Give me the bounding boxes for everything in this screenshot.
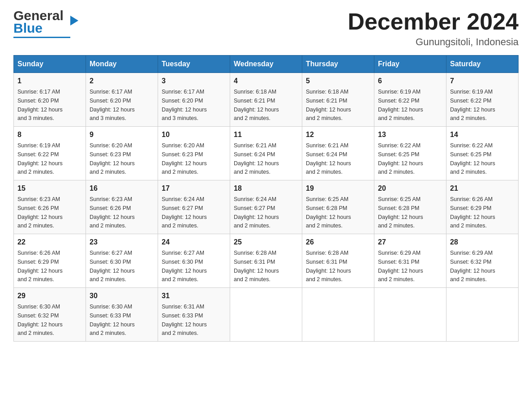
- calendar-cell: 16 Sunrise: 6:23 AMSunset: 6:26 PMDaylig…: [86, 180, 158, 234]
- calendar-cell: 6 Sunrise: 6:19 AMSunset: 6:22 PMDayligh…: [374, 73, 446, 127]
- calendar-cell: 2 Sunrise: 6:17 AMSunset: 6:20 PMDayligh…: [86, 73, 158, 127]
- day-number: 3: [162, 76, 226, 86]
- calendar-cell: 14 Sunrise: 6:22 AMSunset: 6:25 PMDaylig…: [446, 127, 519, 180]
- day-info: Sunrise: 6:23 AMSunset: 6:26 PMDaylight:…: [17, 196, 63, 229]
- logo: General Blue: [13, 9, 70, 38]
- day-number: 26: [306, 237, 370, 248]
- day-info: Sunrise: 6:18 AMSunset: 6:21 PMDaylight:…: [306, 89, 351, 121]
- day-info: Sunrise: 6:29 AMSunset: 6:31 PMDaylight:…: [378, 250, 423, 283]
- day-info: Sunrise: 6:31 AMSunset: 6:33 PMDaylight:…: [162, 304, 207, 336]
- day-number: 13: [378, 129, 442, 140]
- calendar-cell: 20 Sunrise: 6:25 AMSunset: 6:28 PMDaylig…: [374, 180, 446, 234]
- calendar-cell: 1 Sunrise: 6:17 AMSunset: 6:20 PMDayligh…: [14, 73, 86, 127]
- day-number: 6: [378, 76, 442, 86]
- calendar-cell: 7 Sunrise: 6:19 AMSunset: 6:22 PMDayligh…: [446, 73, 519, 127]
- calendar-cell: 3 Sunrise: 6:17 AMSunset: 6:20 PMDayligh…: [158, 73, 230, 127]
- calendar-cell: 24 Sunrise: 6:27 AMSunset: 6:30 PMDaylig…: [158, 234, 230, 288]
- day-info: Sunrise: 6:30 AMSunset: 6:33 PMDaylight:…: [90, 304, 135, 336]
- calendar-cell: 23 Sunrise: 6:27 AMSunset: 6:30 PMDaylig…: [86, 234, 158, 288]
- day-number: 18: [234, 183, 298, 194]
- day-number: 19: [306, 183, 370, 194]
- calendar-cell: 30 Sunrise: 6:30 AMSunset: 6:33 PMDaylig…: [86, 288, 158, 342]
- page-header: General Blue December 2024 Gunungsitoli,…: [13, 9, 519, 48]
- calendar-cell: 4 Sunrise: 6:18 AMSunset: 6:21 PMDayligh…: [230, 73, 302, 127]
- day-number: 22: [17, 237, 82, 248]
- day-info: Sunrise: 6:20 AMSunset: 6:23 PMDaylight:…: [162, 142, 207, 175]
- day-info: Sunrise: 6:26 AMSunset: 6:29 PMDaylight:…: [17, 250, 63, 283]
- day-number: 5: [306, 76, 370, 86]
- calendar-cell: 18 Sunrise: 6:24 AMSunset: 6:27 PMDaylig…: [230, 180, 302, 234]
- day-info: Sunrise: 6:27 AMSunset: 6:30 PMDaylight:…: [90, 250, 135, 283]
- calendar-cell: 5 Sunrise: 6:18 AMSunset: 6:21 PMDayligh…: [302, 73, 374, 127]
- day-info: Sunrise: 6:22 AMSunset: 6:25 PMDaylight:…: [378, 142, 423, 175]
- day-number: 21: [450, 183, 515, 194]
- day-number: 10: [162, 129, 226, 140]
- day-info: Sunrise: 6:21 AMSunset: 6:24 PMDaylight:…: [306, 142, 351, 175]
- calendar-cell: [302, 288, 374, 342]
- day-info: Sunrise: 6:25 AMSunset: 6:28 PMDaylight:…: [306, 196, 351, 229]
- day-info: Sunrise: 6:24 AMSunset: 6:27 PMDaylight:…: [162, 196, 207, 229]
- calendar-cell: [446, 288, 519, 342]
- calendar-cell: 11 Sunrise: 6:21 AMSunset: 6:24 PMDaylig…: [230, 127, 302, 180]
- day-number: 28: [450, 237, 515, 248]
- day-info: Sunrise: 6:19 AMSunset: 6:22 PMDaylight:…: [378, 89, 423, 121]
- day-info: Sunrise: 6:17 AMSunset: 6:20 PMDaylight:…: [162, 89, 207, 121]
- day-number: 24: [162, 237, 226, 248]
- calendar-cell: 25 Sunrise: 6:28 AMSunset: 6:31 PMDaylig…: [230, 234, 302, 288]
- day-number: 8: [17, 129, 82, 140]
- svg-marker-0: [70, 16, 78, 26]
- calendar-week-row-3: 15 Sunrise: 6:23 AMSunset: 6:26 PMDaylig…: [14, 180, 519, 234]
- calendar-cell: 10 Sunrise: 6:20 AMSunset: 6:23 PMDaylig…: [158, 127, 230, 180]
- col-thursday: Thursday: [302, 56, 374, 73]
- calendar-cell: 29 Sunrise: 6:30 AMSunset: 6:32 PMDaylig…: [14, 288, 86, 342]
- calendar-cell: 19 Sunrise: 6:25 AMSunset: 6:28 PMDaylig…: [302, 180, 374, 234]
- day-number: 4: [234, 76, 298, 86]
- calendar-header-row: Sunday Monday Tuesday Wednesday Thursday…: [14, 56, 519, 73]
- day-info: Sunrise: 6:25 AMSunset: 6:28 PMDaylight:…: [378, 196, 423, 229]
- day-info: Sunrise: 6:30 AMSunset: 6:32 PMDaylight:…: [17, 304, 63, 336]
- col-friday: Friday: [374, 56, 446, 73]
- day-info: Sunrise: 6:17 AMSunset: 6:20 PMDaylight:…: [17, 89, 63, 121]
- day-number: 23: [90, 237, 154, 248]
- day-number: 9: [90, 129, 154, 140]
- day-number: 15: [17, 183, 82, 194]
- calendar-week-row-2: 8 Sunrise: 6:19 AMSunset: 6:22 PMDayligh…: [14, 127, 519, 180]
- day-info: Sunrise: 6:19 AMSunset: 6:22 PMDaylight:…: [17, 142, 63, 175]
- day-number: 7: [450, 76, 515, 86]
- location: Gunungsitoli, Indonesia: [348, 36, 519, 48]
- day-number: 17: [162, 183, 226, 194]
- col-wednesday: Wednesday: [230, 56, 302, 73]
- logo-blue-text: Blue: [13, 21, 43, 35]
- day-info: Sunrise: 6:29 AMSunset: 6:32 PMDaylight:…: [450, 250, 495, 283]
- day-info: Sunrise: 6:20 AMSunset: 6:23 PMDaylight:…: [90, 142, 135, 175]
- day-info: Sunrise: 6:19 AMSunset: 6:22 PMDaylight:…: [450, 89, 495, 121]
- month-title: December 2024: [348, 9, 519, 34]
- calendar-cell: 9 Sunrise: 6:20 AMSunset: 6:23 PMDayligh…: [86, 127, 158, 180]
- day-info: Sunrise: 6:28 AMSunset: 6:31 PMDaylight:…: [306, 250, 351, 283]
- day-number: 12: [306, 129, 370, 140]
- calendar-cell: 17 Sunrise: 6:24 AMSunset: 6:27 PMDaylig…: [158, 180, 230, 234]
- day-number: 29: [17, 291, 82, 301]
- calendar-cell: 15 Sunrise: 6:23 AMSunset: 6:26 PMDaylig…: [14, 180, 86, 234]
- calendar-cell: 31 Sunrise: 6:31 AMSunset: 6:33 PMDaylig…: [158, 288, 230, 342]
- calendar-cell: 8 Sunrise: 6:19 AMSunset: 6:22 PMDayligh…: [14, 127, 86, 180]
- calendar-cell: 22 Sunrise: 6:26 AMSunset: 6:29 PMDaylig…: [14, 234, 86, 288]
- calendar-week-row-5: 29 Sunrise: 6:30 AMSunset: 6:32 PMDaylig…: [14, 288, 519, 342]
- day-number: 25: [234, 237, 298, 248]
- calendar-week-row-4: 22 Sunrise: 6:26 AMSunset: 6:29 PMDaylig…: [14, 234, 519, 288]
- calendar-cell: 27 Sunrise: 6:29 AMSunset: 6:31 PMDaylig…: [374, 234, 446, 288]
- day-number: 14: [450, 129, 515, 140]
- calendar-cell: 13 Sunrise: 6:22 AMSunset: 6:25 PMDaylig…: [374, 127, 446, 180]
- calendar-cell: [230, 288, 302, 342]
- day-number: 11: [234, 129, 298, 140]
- day-number: 20: [378, 183, 442, 194]
- day-info: Sunrise: 6:22 AMSunset: 6:25 PMDaylight:…: [450, 142, 495, 175]
- day-info: Sunrise: 6:26 AMSunset: 6:29 PMDaylight:…: [450, 196, 495, 229]
- calendar-week-row-1: 1 Sunrise: 6:17 AMSunset: 6:20 PMDayligh…: [14, 73, 519, 127]
- calendar-cell: 12 Sunrise: 6:21 AMSunset: 6:24 PMDaylig…: [302, 127, 374, 180]
- logo-underline: [13, 37, 70, 38]
- day-number: 16: [90, 183, 154, 194]
- day-info: Sunrise: 6:21 AMSunset: 6:24 PMDaylight:…: [234, 142, 279, 175]
- day-number: 31: [162, 291, 226, 301]
- day-number: 27: [378, 237, 442, 248]
